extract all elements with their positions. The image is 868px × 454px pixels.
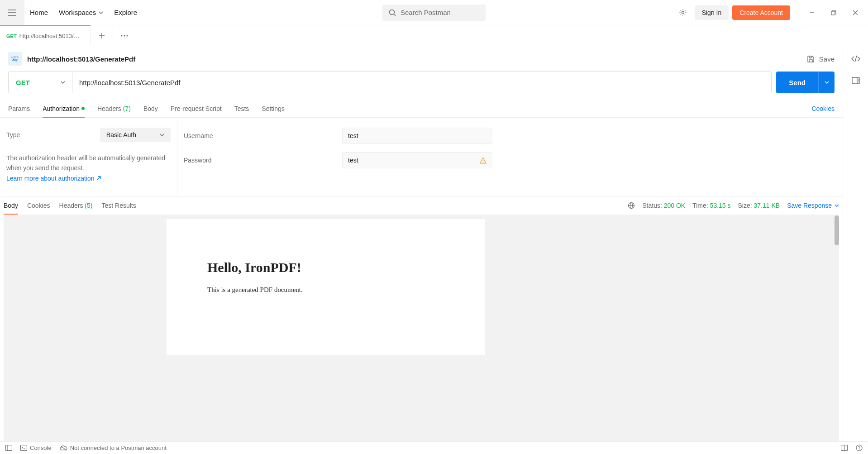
resp-tab-headers[interactable]: Headers (5) xyxy=(59,196,93,215)
maximize-icon xyxy=(831,10,836,15)
tab-headers[interactable]: Headers (7) xyxy=(97,100,131,117)
tab-more-button[interactable] xyxy=(113,25,136,46)
signin-button[interactable]: Sign In xyxy=(695,5,729,20)
auth-username-row: Username test xyxy=(184,128,836,144)
svg-point-5 xyxy=(127,35,128,36)
auth-password-row: Password test xyxy=(184,152,836,168)
search-wrap: Search Postman xyxy=(382,5,486,21)
save-icon xyxy=(807,55,815,63)
save-response-button[interactable]: Save Response xyxy=(787,202,839,209)
footer: Console Not connected to a Postman accou… xyxy=(0,441,868,454)
time-group: Time: 53.15 s xyxy=(692,202,730,209)
tab-settings[interactable]: Settings xyxy=(262,100,285,117)
url-row: GET http://localhost:5013/GeneratePdf Se… xyxy=(0,72,843,93)
username-input[interactable]: test xyxy=(342,128,492,144)
minimize-icon xyxy=(809,10,815,15)
auth-type-label: Type xyxy=(6,131,20,139)
nav-home[interactable]: Home xyxy=(30,7,48,18)
sidebar-collapse-button[interactable] xyxy=(852,77,860,84)
resp-tab-cookies[interactable]: Cookies xyxy=(27,196,50,215)
response-meta: Status: 200 OK Time: 53.15 s Size: 37.11… xyxy=(628,202,839,209)
close-button[interactable] xyxy=(850,7,861,18)
resp-tab-testresults[interactable]: Test Results xyxy=(101,196,136,215)
size-group: Size: 37.11 KB xyxy=(738,202,780,209)
plus-icon xyxy=(99,33,105,39)
send-dropdown[interactable] xyxy=(818,72,835,93)
svg-point-7 xyxy=(483,162,484,162)
app-header: Home Workspaces Explore Search Postman S… xyxy=(0,0,868,25)
password-input[interactable]: test xyxy=(342,152,492,168)
resp-tab-headers-label: Headers xyxy=(59,202,83,209)
add-tab-button[interactable] xyxy=(91,25,113,46)
cookies-link[interactable]: Cookies xyxy=(811,105,835,112)
tab-body[interactable]: Body xyxy=(143,100,158,117)
connection-status[interactable]: Not connected to a Postman account xyxy=(60,444,167,451)
response-body[interactable]: Hello, IronPDF! This is a generated PDF … xyxy=(4,215,839,441)
panel-icon xyxy=(852,77,860,84)
nav-explore[interactable]: Explore xyxy=(114,7,137,18)
auth-panel: Type Basic Auth The authorization header… xyxy=(0,118,843,196)
close-icon xyxy=(853,10,858,15)
nav-workspaces[interactable]: Workspaces xyxy=(59,7,103,18)
svg-rect-12 xyxy=(21,445,27,451)
tab-prerequest[interactable]: Pre-request Script xyxy=(171,100,222,117)
gear-icon xyxy=(679,9,687,17)
auth-type-select[interactable]: Basic Auth xyxy=(100,128,171,142)
content: HTTP http://localhost:5013/GeneratePdf S… xyxy=(0,46,843,441)
pdf-heading: Hello, IronPDF! xyxy=(207,260,444,275)
create-account-button[interactable]: Create Account xyxy=(732,5,790,20)
auth-learn-more-label: Learn more about authorization xyxy=(6,173,95,183)
auth-type-value: Basic Auth xyxy=(106,131,136,139)
svg-point-0 xyxy=(390,10,395,14)
url-box: GET http://localhost:5013/GeneratePdf xyxy=(8,72,772,93)
nav-workspaces-label: Workspaces xyxy=(59,9,96,16)
maximize-button[interactable] xyxy=(828,7,839,18)
size-value: 37.11 KB xyxy=(754,202,780,209)
response-scrollbar[interactable] xyxy=(835,215,839,245)
svg-point-4 xyxy=(124,35,125,36)
username-label: Username xyxy=(184,132,342,139)
nav-left: Home Workspaces Explore xyxy=(24,7,137,18)
footer-layout-toggle[interactable] xyxy=(841,445,848,451)
method-select[interactable]: GET xyxy=(9,72,73,93)
header-right: Sign In Create Account xyxy=(675,5,868,21)
save-label: Save xyxy=(819,55,835,63)
chevron-down-icon xyxy=(835,204,839,207)
tab-authorization[interactable]: Authorization xyxy=(43,100,85,117)
cloud-off-icon xyxy=(60,445,67,451)
code-icon xyxy=(851,55,860,62)
footer-sidebar-toggle[interactable] xyxy=(5,445,12,451)
chevron-down-icon xyxy=(825,81,829,84)
svg-rect-11 xyxy=(6,445,12,451)
tab-authorization-label: Authorization xyxy=(43,105,80,112)
minimize-button[interactable] xyxy=(806,7,817,18)
globe-icon[interactable] xyxy=(628,202,635,209)
right-rail xyxy=(843,46,868,441)
help-button[interactable] xyxy=(856,444,863,451)
save-button[interactable]: Save xyxy=(807,55,835,63)
hamburger-menu[interactable] xyxy=(0,0,24,25)
tab-tests[interactable]: Tests xyxy=(234,100,249,117)
tab-params[interactable]: Params xyxy=(8,100,30,117)
code-button[interactable] xyxy=(851,55,860,62)
two-pane-icon xyxy=(841,445,848,451)
save-response-label: Save Response xyxy=(787,202,832,209)
auth-description: The authorization header will be automat… xyxy=(6,153,171,183)
warning-icon xyxy=(480,157,486,164)
send-button[interactable]: Send xyxy=(776,72,818,93)
resp-tab-body[interactable]: Body xyxy=(4,196,18,215)
auth-indicator-dot xyxy=(81,107,85,110)
settings-button[interactable] xyxy=(675,5,691,21)
tab-method: GET xyxy=(6,33,17,39)
hamburger-icon xyxy=(8,10,16,16)
console-button[interactable]: Console xyxy=(20,444,52,451)
auth-learn-more-link[interactable]: Learn more about authorization xyxy=(6,173,101,183)
send-wrap: Send xyxy=(776,72,835,93)
tabs-bar: GET http://localhost:5013/Gen xyxy=(0,25,868,46)
request-tab[interactable]: GET http://localhost:5013/Gen xyxy=(0,25,91,46)
password-label: Password xyxy=(184,157,342,164)
request-title-row: HTTP http://localhost:5013/GeneratePdf S… xyxy=(0,46,843,72)
search-input[interactable]: Search Postman xyxy=(382,5,486,21)
url-input[interactable]: http://localhost:5013/GeneratePdf xyxy=(73,72,771,93)
chevron-down-icon xyxy=(99,11,103,14)
